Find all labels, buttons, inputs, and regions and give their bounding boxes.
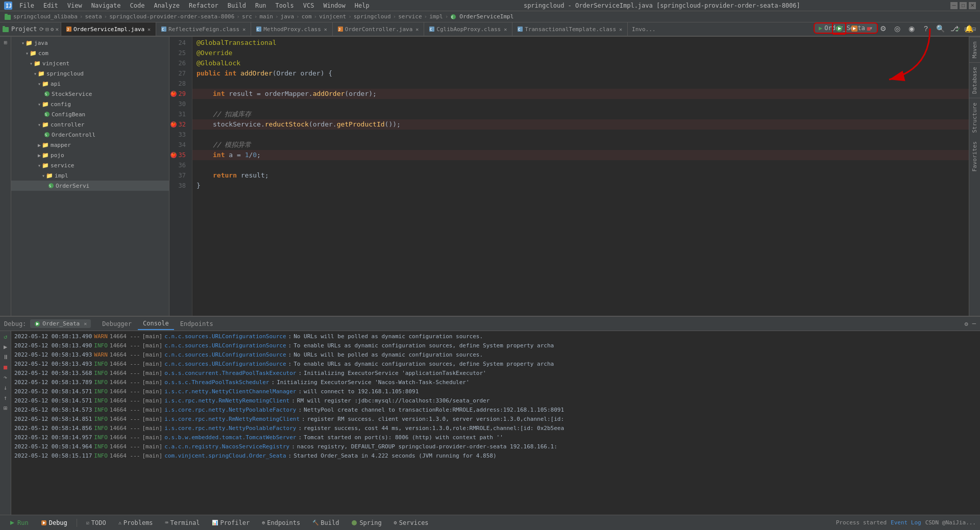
notifications-button[interactable]: 🔔 — [963, 22, 975, 35]
profile-button[interactable]: ◎ — [891, 22, 903, 35]
breakpoint-35[interactable]: 🍎 — [170, 152, 177, 158]
menu-build[interactable]: Build — [224, 1, 250, 10]
evaluate-icon[interactable]: ⊞ — [4, 405, 7, 412]
step-into-icon[interactable]: ↓ — [4, 384, 7, 391]
tab-close-2[interactable]: ✕ — [324, 27, 327, 32]
menu-help[interactable]: Help — [351, 1, 374, 10]
breadcrumb-src[interactable]: src — [242, 13, 252, 20]
breakpoint-29[interactable]: 🍎 — [170, 91, 177, 97]
menu-refactor[interactable]: Refactor — [185, 1, 223, 10]
gear-small-icon[interactable]: ⚙ — [51, 26, 54, 33]
breakpoint-32[interactable]: 🍎 — [170, 121, 177, 128]
minimize-bottom-icon[interactable]: ─ — [972, 320, 976, 327]
code-content[interactable]: @GlobalTransactional @Override @GlobalLo… — [192, 37, 969, 316]
tree-item-java[interactable]: ▾ 📁 java — [11, 38, 169, 48]
breadcrumb-seata[interactable]: seata — [85, 13, 102, 20]
tree-item-com[interactable]: ▾ 📁 com — [11, 48, 169, 58]
step-out-icon[interactable]: ↑ — [4, 394, 7, 401]
tab-orderserviceimpl[interactable]: J OrderServiceImpl.java ✕ — [61, 22, 156, 36]
close-panel-icon[interactable]: ✕ — [55, 26, 59, 33]
bottom-tab-console[interactable]: Console — [138, 318, 174, 330]
console-content[interactable]: 2022-05-12 00:58:13.490 WARN 14664 --- [… — [11, 331, 980, 515]
tab-close-4[interactable]: ✕ — [504, 27, 507, 32]
tree-item-api[interactable]: ▾ 📁 api — [11, 79, 169, 89]
breadcrumb-current-file[interactable]: OrderServiceImpl — [459, 13, 513, 20]
menu-window[interactable]: Window — [319, 1, 349, 10]
structure-icon[interactable]: ⊞ — [2, 41, 9, 44]
tree-item-pojo[interactable]: ▶ 📁 pojo — [11, 150, 169, 160]
bottom-tab-endpoints[interactable]: Endpoints — [175, 318, 218, 330]
tree-item-impl-folder[interactable]: ▾ 📁 impl — [11, 170, 169, 181]
breadcrumb-main[interactable]: main — [259, 13, 273, 20]
more-button[interactable]: ? — [920, 22, 932, 35]
breadcrumb-java[interactable]: java — [281, 13, 295, 20]
tab-transactionaltemplate[interactable]: C TransactionalTemplate.class ✕ — [512, 22, 628, 36]
tab-close-1[interactable]: ✕ — [242, 27, 246, 32]
close-button[interactable]: ✕ — [969, 2, 976, 9]
menu-analyze[interactable]: Analyze — [150, 1, 184, 10]
menu-vcs[interactable]: VCS — [299, 1, 318, 10]
menu-view[interactable]: View — [63, 1, 86, 10]
tree-item-configbean[interactable]: S ConfigBean — [11, 109, 169, 119]
resume-icon[interactable]: ▶ — [4, 343, 7, 350]
minimize-button[interactable]: ─ — [950, 2, 958, 9]
tree-item-vinjcent[interactable]: ▾ 📁 vinjcent — [11, 58, 169, 68]
tree-item-controller-folder[interactable]: ▾ 📁 controller — [11, 119, 169, 130]
tab-close-5[interactable]: ✕ — [619, 27, 622, 32]
sync-icon[interactable]: ⟳ — [39, 26, 44, 33]
stop-debug-icon[interactable]: ■ — [4, 364, 7, 371]
pause-icon[interactable]: ⏸ — [3, 354, 9, 361]
stop-button[interactable]: ■ — [863, 22, 875, 35]
settings-bottom-icon[interactable]: ⚙ — [965, 320, 968, 327]
tab-close-0[interactable]: ✕ — [148, 27, 151, 32]
menu-tools[interactable]: Tools — [272, 1, 298, 10]
step-over-icon[interactable]: ↷ — [4, 374, 7, 381]
tree-item-ordercontroller[interactable]: S OrderControll — [11, 130, 169, 140]
breadcrumb-module[interactable]: springcloud-provider-order-seata-8006 — [109, 13, 234, 20]
collapse-icon[interactable]: ⊟ — [45, 26, 49, 33]
breadcrumb-vinjcent[interactable]: vinjcent — [319, 13, 346, 20]
tree-item-service-folder[interactable]: ▾ 📁 service — [11, 160, 169, 170]
breadcrumb-springcloud[interactable]: springcloud — [354, 13, 391, 20]
menu-file[interactable]: File — [15, 1, 38, 10]
debug-run-button[interactable] — [848, 22, 861, 35]
tab-cglibaopproxy[interactable]: C CglibAopProxy.class ✕ — [424, 22, 512, 36]
tree-item-mapper[interactable]: ▶ 📁 mapper — [11, 140, 169, 150]
maximize-button[interactable]: □ — [960, 2, 967, 9]
profiler-toolbar-btn[interactable]: 📊 Profiler — [207, 518, 255, 527]
spring-toolbar-btn[interactable]: Spring — [346, 518, 386, 527]
terminal-toolbar-btn[interactable]: ⌨ Terminal — [160, 518, 205, 527]
tree-item-orderserviceimpl[interactable]: S OrderServi — [11, 181, 169, 191]
bottom-tab-debugger[interactable]: Debugger — [97, 318, 137, 330]
build-toolbar-btn[interactable]: 🔨 Build — [307, 518, 344, 527]
menu-run[interactable]: Run — [251, 1, 271, 10]
tab-methodproxy[interactable]: C MethodProxy.class ✕ — [251, 22, 333, 36]
menu-code[interactable]: Code — [126, 1, 149, 10]
endpoints-toolbar-btn[interactable]: ⊕ Endpoints — [257, 518, 305, 527]
tree-item-springcloud[interactable]: ▾ 📁 springcloud — [11, 68, 169, 79]
tab-close-3[interactable]: ✕ — [415, 27, 419, 32]
tree-item-stockservice[interactable]: S StockService — [11, 89, 169, 99]
event-log-link[interactable]: Event Log — [891, 519, 921, 526]
tab-more[interactable]: Invo... — [628, 26, 659, 33]
maven-tab[interactable]: Maven — [969, 37, 980, 62]
tree-item-config-folder[interactable]: ▾ 📁 config — [11, 99, 169, 109]
debug-session-tab[interactable]: Order_Seata ✕ — [30, 319, 91, 328]
breadcrumb-root[interactable]: springcloud_alibaba — [13, 13, 78, 20]
tab-reflectivefeign[interactable]: C ReflectiveFeign.class ✕ — [156, 22, 251, 36]
search-everywhere-button[interactable]: 🔍 — [934, 22, 946, 35]
services-toolbar-btn[interactable]: ⚙ Services — [389, 518, 434, 527]
close-debug-session[interactable]: ✕ — [84, 321, 87, 326]
settings-button[interactable]: ⚙ — [877, 22, 889, 35]
breadcrumb-service[interactable]: service — [398, 13, 422, 20]
favorites-tab[interactable]: Favorites — [969, 137, 980, 176]
git-button[interactable]: ⎇ — [948, 22, 961, 35]
structure-tab[interactable]: Structure — [969, 98, 980, 137]
run-button-top[interactable] — [832, 22, 846, 35]
breadcrumb-com[interactable]: com — [302, 13, 312, 20]
todo-toolbar-btn[interactable]: ☑ TODO — [81, 518, 111, 527]
database-tab[interactable]: Database — [969, 62, 980, 98]
menu-edit[interactable]: Edit — [39, 1, 62, 10]
rerun-icon[interactable]: ↺ — [4, 333, 7, 340]
tab-ordercontroller[interactable]: J OrderController.java ✕ — [333, 22, 424, 36]
